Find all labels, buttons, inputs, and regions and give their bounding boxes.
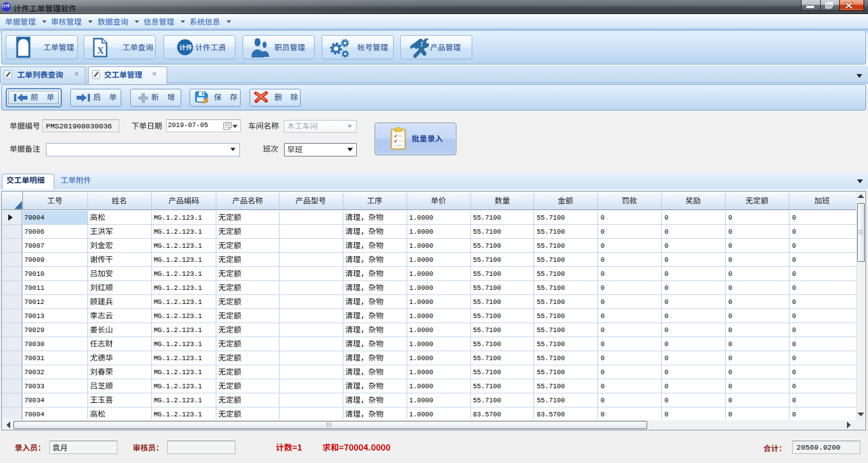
svg-text:X: X [97,45,104,56]
